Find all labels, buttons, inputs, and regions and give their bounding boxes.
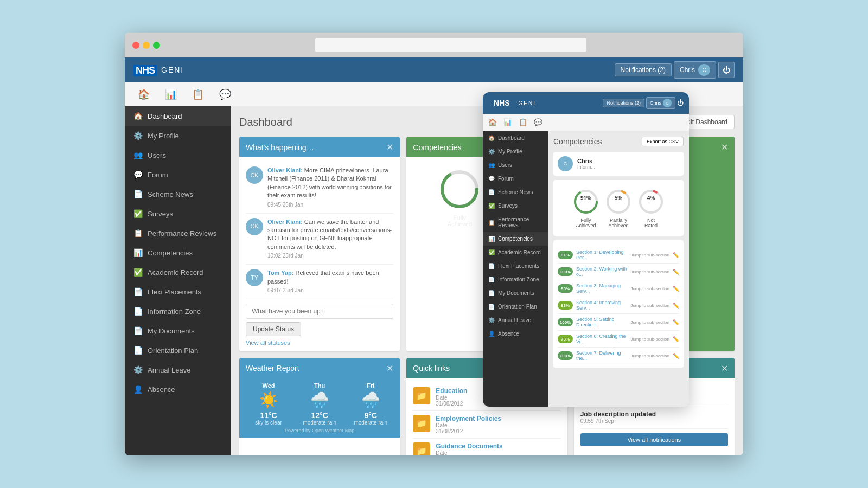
tablet-sidebar-absence[interactable]: 👤Absence: [483, 327, 548, 341]
tablet-section-4-edit-icon[interactable]: ✏️: [673, 303, 679, 309]
tablet-sidebar-info-zone[interactable]: 📄Information Zone: [483, 273, 548, 286]
power-button[interactable]: ⏻: [718, 62, 735, 78]
tablet-chat-icon[interactable]: 💬: [534, 118, 542, 126]
weather-close[interactable]: ✕: [386, 363, 393, 374]
tablet-notifications-button[interactable]: Notifications (2): [603, 99, 644, 107]
sidebar-item-annual-leave[interactable]: ⚙️ Annual Leave: [125, 360, 231, 380]
tablet-circle-partial: 5% PartiallyAchieved: [604, 188, 633, 228]
circle-label-1: FullyAchieved: [448, 214, 472, 227]
tablet-sidebar-users[interactable]: 👥Users: [483, 158, 548, 172]
tablet-section-1[interactable]: 91% Section 1: Developing Per... Jump to…: [558, 247, 679, 264]
tablet-sidebar-orientation[interactable]: 📄Orientation Plan: [483, 300, 548, 313]
tablet-section-4[interactable]: 83% Section 4: Improving Serv... Jump to…: [558, 297, 679, 314]
chart-icon[interactable]: 📊: [163, 86, 179, 102]
tablet-sidebar-competencies[interactable]: 📊Competencies: [483, 232, 548, 246]
tablet-sidebar-my-docs[interactable]: 📄My Documents: [483, 286, 548, 300]
quick-link-employment[interactable]: 📁 Employment Policies Date31/08/2012: [413, 411, 560, 439]
update-status-button[interactable]: Update Status: [246, 322, 301, 336]
tablet-sidebar-flexi[interactable]: 📄Flexi Placements: [483, 259, 548, 273]
svg-point-12: [640, 191, 662, 213]
sidebar-item-absence[interactable]: 👤 Absence: [125, 380, 231, 399]
minimize-dot[interactable]: [143, 42, 150, 49]
sidebar-item-my-documents[interactable]: 📄 My Documents: [125, 321, 231, 341]
weather-day-name-fri: Fri: [347, 382, 394, 389]
activity-item-2: OK Oliver Kiani: Can we save the banter …: [246, 214, 393, 265]
ql-guidance-title: Guidance Documents: [436, 442, 502, 450]
tablet-competency-circles-card: 91% FullyAchieved 5% PartiallyAchieved: [553, 180, 684, 236]
tablet-section-6-jump: Jump to sub-section: [630, 337, 669, 342]
tablet-export-button[interactable]: Export as CSV: [642, 137, 684, 146]
tablet-home-icon[interactable]: 🏠: [488, 118, 497, 126]
tablet-section-6-edit-icon[interactable]: ✏️: [673, 336, 679, 342]
tablet-section-5-edit-icon[interactable]: ✏️: [673, 319, 679, 325]
tablet-sidebar-dashboard[interactable]: 🏠Dashboard: [483, 131, 548, 145]
quick-link-guidance[interactable]: 📁 Guidance Documents Date31/08/2012: [413, 439, 560, 455]
sidebar-item-surveys[interactable]: ✅ Surveys: [125, 204, 231, 223]
tablet-sidebar-forum[interactable]: 💬Forum: [483, 172, 548, 185]
notifications-button[interactable]: Notifications (2): [615, 63, 672, 76]
tablet-section-7-edit-icon[interactable]: ✏️: [673, 353, 679, 359]
poll-close[interactable]: ✕: [721, 142, 728, 152]
whats-happening-close[interactable]: ✕: [386, 142, 393, 152]
tablet-section-6[interactable]: 73% Section 6: Creating the Vi... Jump t…: [558, 331, 679, 348]
sidebar-item-competencies[interactable]: 📊 Competencies: [125, 243, 231, 262]
tablet-sidebar-academic[interactable]: ✅Academic Record: [483, 246, 548, 259]
tablet-user-button[interactable]: Chris C: [646, 97, 675, 109]
status-input[interactable]: [246, 304, 393, 319]
notif-time-2: 09:59 7th Sep: [580, 418, 728, 424]
page-title: Dashboard: [239, 116, 292, 129]
weather-day-name-thu: Thu: [296, 382, 343, 389]
tablet-section-1-edit-icon[interactable]: ✏️: [673, 252, 679, 258]
sidebar-item-my-profile[interactable]: ⚙️ My Profile: [125, 126, 231, 145]
sidebar-item-performance-reviews[interactable]: 📋 Performance Reviews: [125, 223, 231, 243]
tablet-sidebar-surveys[interactable]: ✅Surveys: [483, 199, 548, 213]
activity-item-1: OK Oliver Kiani: More CIMA prizewinners-…: [246, 162, 393, 214]
sidebar-item-academic-record[interactable]: ✅ Academic Record: [125, 262, 231, 282]
sidebar-label: Orientation Plan: [148, 346, 198, 355]
tablet-section-4-jump: Jump to sub-section: [630, 303, 669, 308]
tablet-sidebar-performance[interactable]: 📋Performance Reviews: [483, 213, 548, 232]
sidebar-item-users[interactable]: 👥 Users: [125, 145, 231, 165]
tablet-power-icon[interactable]: ⏻: [677, 99, 684, 107]
maximize-dot[interactable]: [153, 42, 160, 49]
weather-card: Weather Report ✕ Wed ☀️ 11°C sky is clea…: [239, 358, 400, 455]
sidebar-item-orientation-plan[interactable]: 📄 Orientation Plan: [125, 341, 231, 360]
close-dot[interactable]: [132, 42, 139, 49]
tablet-circle-not-rated: 4% NotRated: [637, 188, 665, 228]
weather-header: Weather Report ✕: [239, 358, 400, 378]
chat-icon[interactable]: 💬: [217, 86, 233, 102]
user-menu-button[interactable]: Chris C: [674, 61, 716, 79]
view-all-notifications-button[interactable]: View all notifications: [580, 433, 728, 446]
tablet-section-7[interactable]: 100% Section 7: Delivering the... Jump t…: [558, 348, 679, 364]
tablet-sidebar-my-profile[interactable]: ⚙️My Profile: [483, 145, 548, 158]
sidebar-item-forum[interactable]: 💬 Forum: [125, 165, 231, 184]
tablet-forum-icon: 💬: [488, 176, 495, 182]
tablet-section-3-edit-icon[interactable]: ✏️: [673, 286, 679, 292]
tablet-section-6-name: Section 6: Creating the Vi...: [576, 333, 627, 344]
sidebar-label: My Documents: [148, 327, 195, 335]
tablet-section-2-edit-icon[interactable]: ✏️: [673, 269, 679, 275]
tablet-doc-icon[interactable]: 📋: [519, 118, 527, 126]
tablet-user-avatar: C: [663, 99, 672, 107]
sidebar-item-flexi-placements[interactable]: 📄 Flexi Placements: [125, 282, 231, 301]
view-all-statuses-link[interactable]: View all statuses: [246, 339, 393, 346]
sidebar-label: Competencies: [148, 249, 193, 257]
notif-title-2: Job description updated: [580, 410, 728, 418]
document-icon[interactable]: 📋: [190, 86, 206, 102]
activity-avatar-1: OK: [246, 166, 263, 184]
notifications-close[interactable]: ✕: [721, 363, 728, 374]
tablet-chart-icon[interactable]: 📊: [503, 118, 512, 126]
absence-icon: 👤: [133, 385, 142, 394]
tablet-section-5[interactable]: 100% Section 5: Setting Direction Jump t…: [558, 314, 679, 331]
sidebar-item-scheme-news[interactable]: 📄 Scheme News: [125, 184, 231, 204]
competencies-title: Competencies: [413, 143, 462, 152]
tablet-section-3[interactable]: 95% Section 3: Managing Serv... Jump to …: [558, 280, 679, 297]
sidebar-item-dashboard[interactable]: 🏠 Dashboard: [125, 106, 231, 126]
tablet-sidebar-annual-leave[interactable]: ⚙️Annual Leave: [483, 313, 548, 327]
tablet-body: 🏠Dashboard ⚙️My Profile 👥Users 💬Forum 📄S…: [483, 131, 689, 407]
tablet-sidebar-scheme-news[interactable]: 📄Scheme News: [483, 185, 548, 199]
sidebar-item-information-zone[interactable]: 📄 Information Zone: [125, 301, 231, 321]
home-icon[interactable]: 🏠: [136, 86, 152, 102]
url-bar[interactable]: [315, 38, 586, 52]
tablet-section-2[interactable]: 100% Section 2: Working with o... Jump t…: [558, 264, 679, 280]
